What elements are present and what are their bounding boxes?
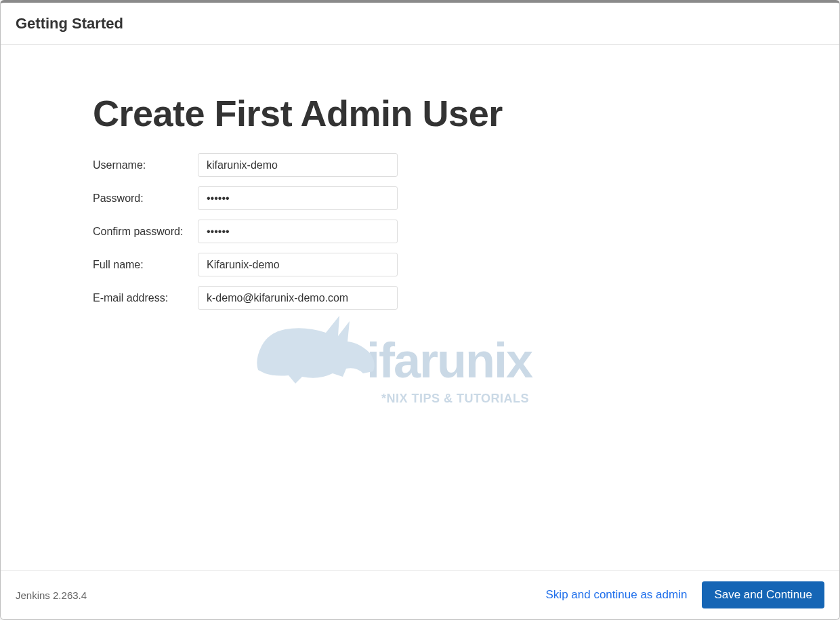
header-title: Getting Started [16, 15, 824, 33]
watermark-brand-text: ifarunix [366, 336, 532, 385]
password-input[interactable] [198, 186, 398, 210]
form-row-username: Username: [93, 153, 839, 177]
content-area: Create First Admin User Username: Passwo… [1, 45, 839, 570]
save-continue-button[interactable]: Save and Continue [702, 581, 824, 608]
header: Getting Started [1, 3, 839, 45]
watermark-tagline: *NIX TIPS & TUTORIALS [251, 392, 529, 406]
footer-actions: Skip and continue as admin Save and Cont… [546, 581, 824, 608]
fullname-input[interactable] [198, 253, 398, 276]
form-row-confirm-password: Confirm password: [93, 220, 839, 243]
form-row-email: E-mail address: [93, 286, 839, 310]
rhino-icon [251, 309, 380, 390]
watermark-logo: ifarunix [251, 309, 532, 390]
username-label: Username: [93, 159, 198, 171]
watermark: ifarunix *NIX TIPS & TUTORIALS [251, 309, 532, 406]
skip-button[interactable]: Skip and continue as admin [546, 588, 688, 602]
email-input[interactable] [198, 286, 398, 310]
footer: Jenkins 2.263.4 Skip and continue as adm… [1, 570, 839, 619]
form-row-fullname: Full name: [93, 253, 839, 276]
password-label: Password: [93, 192, 198, 205]
email-label: E-mail address: [93, 292, 198, 304]
fullname-label: Full name: [93, 259, 198, 271]
page-title: Create First Admin User [93, 92, 839, 134]
version-text: Jenkins 2.263.4 [16, 590, 87, 601]
confirm-password-label: Confirm password: [93, 226, 198, 238]
setup-wizard-window: Getting Started Create First Admin User … [0, 0, 840, 620]
form-row-password: Password: [93, 186, 839, 210]
confirm-password-input[interactable] [198, 220, 398, 243]
username-input[interactable] [198, 153, 398, 177]
